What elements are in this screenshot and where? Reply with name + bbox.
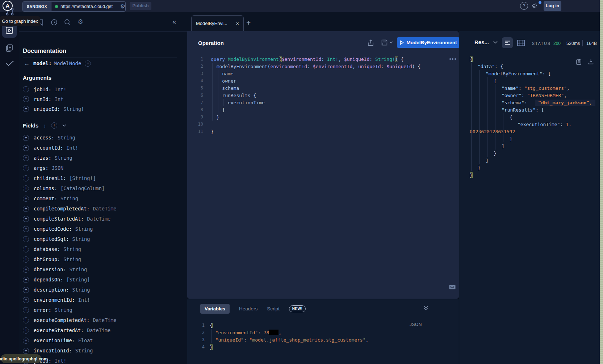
field-name[interactable]: environmentId: [34, 297, 75, 303]
run-operation-button[interactable]: ModelByEnvironment [397, 37, 460, 48]
field-name[interactable]: executeStartedAt: [34, 327, 84, 333]
field-type[interactable]: DateTime [87, 216, 110, 222]
field-type[interactable]: [String] [66, 277, 90, 283]
add-field-icon[interactable]: + [23, 277, 29, 283]
history-icon[interactable] [51, 19, 58, 26]
field-name[interactable]: jobId: [34, 87, 51, 92]
field-name[interactable]: compileStartedAt: [34, 216, 84, 222]
save-options-chevron-icon[interactable] [389, 41, 393, 44]
field-name[interactable]: dependsOn: [34, 277, 63, 283]
field-name[interactable]: alias: [34, 155, 51, 161]
add-field-icon[interactable]: + [23, 338, 29, 344]
field-type[interactable]: String [72, 236, 90, 242]
add-field-icon[interactable]: + [85, 60, 91, 67]
add-field-icon[interactable]: + [23, 145, 29, 151]
collections-rail-item[interactable] [5, 44, 14, 53]
field-type[interactable]: String [69, 267, 87, 272]
response-dropdown-chevron-icon[interactable] [493, 41, 498, 44]
field-type[interactable]: DateTime [93, 317, 116, 323]
field-type[interactable]: Int! [66, 145, 78, 151]
add-field-icon[interactable]: + [23, 155, 29, 161]
add-field-icon[interactable]: + [23, 86, 29, 92]
publish-button[interactable]: Publish [130, 2, 151, 10]
add-field-icon[interactable]: + [23, 226, 29, 232]
add-field-icon[interactable]: + [23, 246, 29, 252]
share-icon[interactable] [368, 39, 374, 46]
response-view-table-toggle[interactable] [517, 40, 525, 46]
add-field-icon[interactable]: + [23, 348, 29, 354]
tab-variables[interactable]: Variables [200, 304, 230, 314]
field-type[interactable]: Int! [55, 87, 67, 92]
tab-close-icon[interactable]: × [236, 20, 239, 26]
add-field-icon[interactable]: + [23, 287, 29, 293]
endpoint-url-group[interactable]: SANDBOX https://metadata.cloud.get ⚙ [22, 1, 126, 12]
field-name[interactable]: comment: [34, 196, 57, 201]
add-field-icon[interactable]: + [23, 106, 29, 112]
apollo-logo[interactable]: A [3, 1, 13, 11]
field-type[interactable]: String [60, 196, 78, 201]
checklist-rail-item[interactable] [5, 60, 14, 67]
field-type[interactable]: String [63, 246, 81, 252]
operation-editor[interactable]: 1query ModelByEnvironment($environmentId… [187, 55, 455, 135]
field-type[interactable]: String [55, 155, 72, 161]
field-name[interactable]: invocationId: [34, 348, 72, 353]
field-type[interactable]: String [63, 256, 81, 262]
field-name[interactable]: runId: [34, 96, 51, 102]
field-type[interactable]: Int! [78, 297, 90, 303]
field-type[interactable]: JSON [52, 165, 64, 171]
settings-gear-icon[interactable]: ⚙ [78, 18, 83, 25]
field-type[interactable]: String [75, 348, 93, 353]
add-field-icon[interactable]: + [23, 256, 29, 263]
field-type[interactable]: Float [78, 338, 93, 343]
endpoint-url-input[interactable]: https://metadata.cloud.get [60, 4, 120, 9]
type-name-link[interactable]: ModelNode [54, 60, 81, 66]
variables-editor[interactable]: 1{2 "environmentId": 78,3 "uniqueId": "m… [187, 322, 455, 351]
field-type[interactable]: DateTime [87, 327, 110, 333]
field-name[interactable]: description: [34, 287, 69, 293]
field-type[interactable]: String! [63, 106, 84, 112]
field-name[interactable]: database: [34, 246, 60, 252]
field-name[interactable]: accountId: [34, 145, 63, 151]
add-field-icon[interactable]: + [23, 267, 29, 273]
add-field-icon[interactable]: + [23, 185, 29, 192]
field-name[interactable]: uniqueId: [34, 106, 60, 112]
add-field-icon[interactable]: + [23, 135, 29, 141]
tab-script[interactable]: Script [267, 306, 280, 311]
field-name[interactable]: error: [34, 307, 51, 313]
login-button[interactable]: Log in [544, 1, 561, 11]
field-type[interactable]: String [58, 135, 75, 141]
keyboard-shortcuts-icon[interactable] [449, 285, 456, 289]
add-field-icon[interactable]: + [23, 317, 29, 323]
add-field-icon[interactable]: + [23, 175, 29, 181]
field-name[interactable]: access: [34, 135, 54, 141]
field-type[interactable]: String [55, 307, 72, 313]
chevron-down-icon[interactable] [62, 124, 66, 127]
tab-headers[interactable]: Headers [239, 306, 257, 311]
field-type[interactable]: Int! [55, 358, 67, 364]
field-name[interactable]: executionTime: [34, 338, 75, 343]
add-field-icon[interactable]: + [23, 236, 29, 242]
back-arrow-icon[interactable]: ← [24, 60, 30, 67]
field-type[interactable]: [CatalogColumn] [60, 185, 105, 191]
field-name[interactable]: args: [34, 165, 49, 171]
field-type[interactable]: String [72, 287, 90, 293]
collapse-section-double-chevron-icon[interactable] [423, 306, 428, 310]
new-tab-icon[interactable]: + [246, 19, 251, 26]
field-name[interactable]: childrenL1: [34, 175, 66, 181]
endpoint-settings-gear-icon[interactable]: ⚙ [120, 4, 125, 9]
response-view-list-toggle[interactable] [502, 37, 513, 48]
field-type[interactable]: [String!] [69, 175, 96, 181]
field-name[interactable]: executeCompletedAt: [34, 317, 89, 323]
add-field-icon[interactable]: + [23, 96, 29, 102]
field-type[interactable]: DateTime [93, 206, 116, 212]
sort-descending-icon[interactable]: ↓ [43, 123, 46, 129]
add-field-icon[interactable]: + [23, 196, 29, 202]
add-field-icon[interactable]: + [23, 307, 29, 313]
help-icon[interactable]: ? [520, 2, 528, 10]
field-name[interactable]: compiledSql: [34, 236, 69, 242]
field-type[interactable]: String [75, 226, 93, 232]
field-name[interactable]: dbtVersion: [34, 267, 66, 272]
field-type[interactable]: Int [55, 96, 63, 102]
add-field-icon[interactable]: + [23, 297, 29, 303]
add-field-icon[interactable]: + [23, 165, 29, 171]
